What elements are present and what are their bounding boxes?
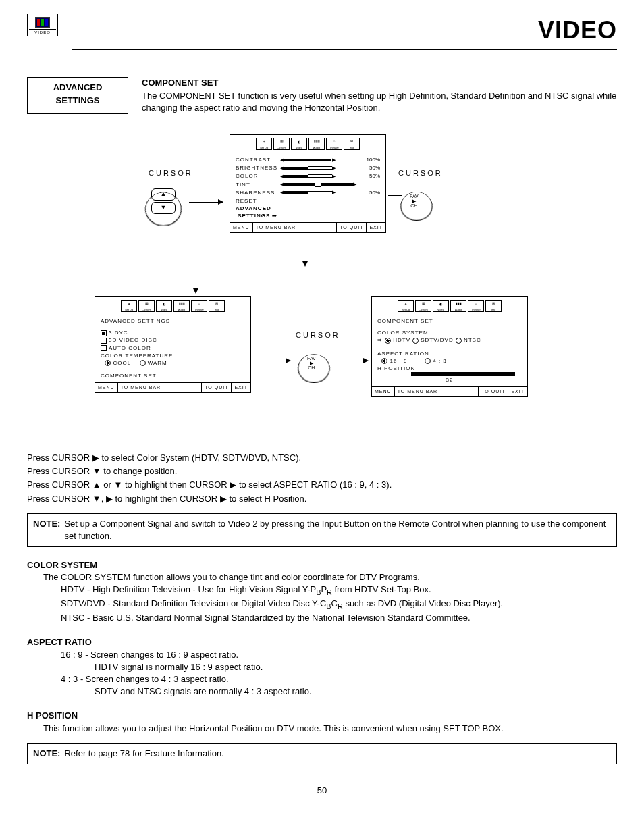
component-set-item: COMPONENT SET (101, 372, 245, 380)
osd-panel-component: ✦Set Up ▦Custom ◐Video ▮▮▮Audio ⌂Theater… (371, 296, 528, 397)
instr-1: Press CURSOR ▶ to select Color System (H… (27, 452, 617, 464)
note2-text: Refer to page 78 for Feature Information… (64, 748, 223, 760)
note-box-2: NOTE: Refer to page 78 for Feature Infor… (27, 743, 617, 764)
panel1-footer: MENUTO MENU BARTO QUITEXIT (230, 222, 385, 232)
item-autocolor: AUTO COLOR (101, 344, 245, 352)
cs-sdtv: SDTV/DVD - Standard Definition Televisio… (61, 598, 617, 612)
osd-panel-advanced: ✦Set Up ▦Custom ◐Video ▮▮▮Audio ⌂Theater… (95, 296, 251, 393)
note2-label: NOTE: (33, 748, 60, 760)
cs-ntsc: NTSC - Basic U.S. Standard Normal Signal… (61, 612, 617, 624)
tab-audio: ▮▮▮Audio (308, 138, 325, 150)
color-system-heading: COLOR SYSTEM (27, 559, 617, 571)
aspect-ratio-opts: 16 : 9 4 : 3 (377, 357, 522, 365)
remote-fav-1: FAV▶CH (401, 182, 432, 224)
instr-3: Press CURSOR ▲ or ▼ to highlight then CU… (27, 479, 617, 491)
advanced-settings-box: ADVANCED SETTINGS (27, 77, 128, 114)
page-number: 50 (27, 785, 617, 797)
ar-l3: 4 : 3 - Screen changes to 4 : 3 aspect r… (61, 673, 617, 685)
tab-row-3: ✦Set Up ▦Custom ◐Video ▮▮▮Audio ⌂Theater… (372, 297, 527, 315)
aspect-ratio-heading: ASPECT RATIO (27, 636, 617, 648)
tab-row-2: ✦Set Up ▦Custom ◐Video ▮▮▮Audio ⌂Theater… (95, 297, 250, 315)
tab-custom: ▦Custom (273, 138, 290, 150)
tab-video: ◐Video (291, 138, 307, 150)
aspect-ratio-section: ASPECT RATIO 16 : 9 - Screen changes to … (27, 636, 617, 698)
arrow-2 (257, 361, 290, 361)
cs-hdtv: HDTV - High Definition Television - Use … (61, 583, 617, 598)
adv-row: ADVANCED (236, 205, 380, 212)
color-system-opts: ➡ HDTV SDTV/DVD NTSC (377, 336, 522, 344)
adv-line1: ADVANCED (53, 82, 103, 93)
note1-label: NOTE: (33, 518, 60, 542)
reset-row: RESET (236, 197, 380, 205)
tab-theater: ⌂Theater (326, 138, 342, 150)
h-position-label: H POSITION (377, 365, 522, 372)
arrow-1 (189, 202, 223, 203)
tab-info: ⊞Info (344, 138, 360, 150)
arrow-down-2tip (305, 226, 306, 266)
color-system-intro: The COLOR SYSTEM function allows you to … (43, 571, 617, 583)
tab-setup: ✦Set Up (256, 138, 272, 150)
aspect-ratio-label: ASPECT RATION (377, 350, 522, 357)
diagram-area: CURSOR ▲▼ ✦Set Up ▦Custom ◐Video ▮▮▮Audi… (27, 128, 617, 438)
item-3dvd: 3D VIDEO DISC (101, 336, 245, 344)
heading-row: ADVANCED SETTINGS COMPONENT SET The COMP… (27, 77, 617, 114)
h-position-text: This function allows you to adjust the H… (43, 723, 617, 735)
arrow-down-1 (196, 259, 196, 293)
remote-up-down: ▲▼ (146, 180, 181, 229)
color-system-label: COLOR SYSTEM (377, 329, 522, 336)
settings-row: SETTINGS ➡ (236, 212, 380, 219)
component-set-heading: COMPONENT SET (142, 77, 617, 89)
remote-fav-2: FAV▶CH (298, 344, 329, 386)
component-set-desc: The COMPONENT SET function is very usefu… (142, 90, 617, 114)
cursor-label-2: CURSOR (398, 168, 443, 178)
ar-l2: HDTV signal is normally 16 : 9 aspect ra… (95, 661, 617, 673)
video-icon-label: VIDEO (29, 29, 56, 35)
instructions-block: Press CURSOR ▶ to select Color System (H… (27, 452, 617, 505)
color-temp-opts: COOL WARM (101, 359, 245, 367)
page-title: VIDEO (72, 14, 617, 50)
item-3dyc: 3 DYC (101, 329, 245, 336)
note-box-1: NOTE: Set up a Component Signal and swit… (27, 513, 617, 547)
arrow-3 (334, 361, 368, 361)
cursor-label-1: CURSOR (149, 168, 193, 178)
color-system-section: COLOR SYSTEM The COLOR SYSTEM function a… (27, 559, 617, 624)
comp-set-title: COMPONENT SET (377, 317, 522, 325)
note1-text: Set up a Component Signal and switch to … (64, 518, 611, 542)
ar-l4: SDTV and NTSC signals are normally 4 : 3… (95, 685, 617, 698)
video-icon: VIDEO (27, 14, 58, 36)
adv-line2: SETTINGS (55, 95, 99, 105)
adv-settings-title: ADVANCED SETTINGS (101, 317, 245, 325)
instr-2: Press CURSOR ▼ to change position. (27, 465, 617, 477)
instr-4: Press CURSOR ▼, ▶ to highlight then CURS… (27, 493, 617, 505)
ar-l1: 16 : 9 - Screen changes to 16 : 9 aspect… (61, 649, 617, 661)
osd-panel-video: ✦Set Up ▦Custom ◐Video ▮▮▮Audio ⌂Theater… (230, 134, 386, 233)
color-temp-label: COLOR TEMPERATURE (101, 352, 245, 359)
h-position-val: 32 (377, 376, 522, 384)
h-position-heading: H POSITION (27, 710, 617, 722)
cursor-label-3: CURSOR (296, 330, 340, 340)
panel1-body: CONTRAST◀▶100%BRIGHTNESS◀▶50%COLOR◀▶50%T… (230, 153, 385, 223)
component-set-intro: COMPONENT SET The COMPONENT SET function… (142, 77, 617, 114)
arrow-seg-a (388, 195, 402, 196)
tab-row-1: ✦Set Up ▦Custom ◐Video ▮▮▮Audio ⌂Theater… (230, 135, 385, 153)
h-position-section: H POSITION This function allows you to a… (27, 710, 617, 734)
top-bar: VIDEO VIDEO (27, 14, 617, 50)
